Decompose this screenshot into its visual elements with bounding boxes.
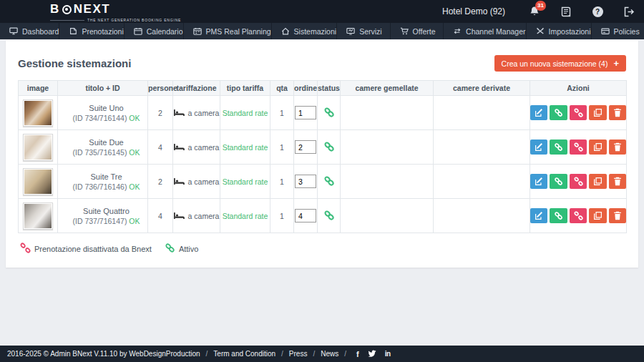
cart-icon [400,27,409,35]
duplicate-button[interactable] [589,208,606,223]
nav-label: Channel Manager [466,27,525,36]
logout-icon[interactable] [623,5,635,18]
ok-status: OK [129,114,140,122]
nav-item-channel-manager[interactable]: Channel Manager [444,23,526,39]
copyright-text: 2016-2025 © Admin BNext V.11.10 by WebDe… [7,350,200,358]
nav-label: Calendario [147,27,183,36]
delete-button[interactable] [609,105,626,120]
edit-button[interactable] [530,174,547,189]
edit-button[interactable] [530,140,547,155]
nav-item-dashboard[interactable]: Dashboard [0,23,59,39]
duplicate-button[interactable] [589,140,606,155]
sistemazioni-table: image titolo + ID persone tariffazione t… [18,80,627,233]
footer-link-press[interactable]: Press [289,350,308,358]
notifications-bell-icon[interactable]: 31 [528,5,541,18]
trash-icon [613,108,622,117]
tariffazione-value: a camera [188,109,220,117]
tariffazione-value: a camera [188,177,220,186]
broken-link-icon [20,243,31,255]
manual-book-icon[interactable] [560,5,572,18]
link-button[interactable] [550,105,567,120]
book-icon [560,6,572,17]
unlink-button[interactable] [570,174,587,189]
nav-item-pms-real-planning[interactable]: PMS Real Planning [184,23,272,39]
link-button[interactable] [550,208,567,223]
col-camere-gemellate: camere gemellate [341,81,434,96]
create-sistemazione-button[interactable]: Crea un nuova sistemazione (4) + [494,55,626,72]
pencil-square-icon [535,108,544,117]
ordine-input[interactable] [295,106,316,119]
room-id: (ID 734/716144) [73,114,127,122]
pencil-square-icon [535,142,544,152]
active-link-icon[interactable] [323,111,335,119]
nav-item-prenotazioni[interactable]: Prenotazioni [59,23,124,39]
edit-button[interactable] [530,208,547,223]
unlink-button[interactable] [570,140,587,155]
nav-item-sistemazioni[interactable]: Sistemazioni [272,23,338,39]
trash-icon [613,211,622,220]
nav-item-impostazioni[interactable]: Impostazioni [527,23,592,39]
duplicate-button[interactable] [589,105,606,120]
tipo-tariffa-value: Standard rate [223,109,268,117]
room-id: (ID 737/716147) [73,217,127,225]
col-azioni: Azioni [530,81,627,96]
nav-item-offerte[interactable]: Offerte [391,23,444,39]
active-link-icon[interactable] [323,214,335,222]
table-header-row: image titolo + ID persone tariffazione t… [19,81,627,96]
room-id: (ID 736/716146) [73,182,127,191]
footer-separator: / [344,350,346,358]
bnext-logo: B NEXT THE NEXT GENERATION BOOKING ENGIN… [50,2,181,22]
unlink-button[interactable] [570,208,587,223]
col-qta: qta [270,81,294,96]
edit-button[interactable] [530,105,547,120]
delete-button[interactable] [609,208,626,223]
footer-link-terms[interactable]: Term and Condition [213,350,275,358]
main-navigation: Dashboard Prenotazioni Calendario PMS Re… [0,23,644,39]
table-row: Suite Due (ID 735/716145) OK 4 a camera … [19,130,627,165]
delete-button[interactable] [609,174,626,189]
link-button[interactable] [550,174,567,189]
qta-value: 1 [280,212,284,220]
ok-status: OK [129,182,140,191]
page-content: Gestione sistemazioni Crea un nuova sist… [0,39,644,346]
help-icon[interactable]: ? [591,5,604,18]
nav-item-calendario[interactable]: Calendario [125,23,184,39]
nav-label: Impostazioni [549,27,591,36]
calendar-icon [134,27,142,35]
linkedin-icon[interactable]: in [385,350,391,358]
persone-value: 2 [158,109,162,117]
home-icon [281,27,290,35]
dashboard-icon [9,27,18,35]
broken-link-icon [574,211,583,220]
copy-icon [593,177,602,186]
link-icon [554,108,563,117]
ordine-input[interactable] [295,209,316,222]
col-image: image [19,81,58,96]
col-tariffazione: tariffazione [173,81,220,96]
table-row: Suite Tre (ID 736/716146) OK 2 a camera … [19,165,627,199]
link-button[interactable] [550,140,567,155]
footer-link-news[interactable]: News [321,350,338,358]
copy-icon [593,211,602,220]
link-icon [554,211,563,220]
nav-label: PMS Real Planning [206,27,271,36]
active-link-icon[interactable] [323,145,335,154]
legend-active-label: Attivo [179,245,199,253]
table-row: Suite Quattro (ID 737/716147) OK 4 a cam… [19,199,627,233]
card-icon [601,27,610,35]
nav-item-servizi[interactable]: Servizi [337,23,390,39]
link-icon [554,177,563,186]
hotel-name-label[interactable]: Hotel Demo (92) [442,6,505,16]
room-id: (ID 735/716145) [73,148,127,157]
nav-item-policies[interactable]: Policies [592,23,644,39]
tagline-divider [50,20,84,21]
facebook-icon[interactable]: f [356,350,359,358]
ordine-input[interactable] [295,175,316,188]
duplicate-button[interactable] [589,174,606,189]
active-link-icon[interactable] [323,180,335,188]
unlink-button[interactable] [570,105,587,120]
delete-button[interactable] [609,140,626,155]
twitter-icon[interactable] [368,350,376,358]
qta-value: 1 [280,109,284,117]
ordine-input[interactable] [295,140,316,154]
